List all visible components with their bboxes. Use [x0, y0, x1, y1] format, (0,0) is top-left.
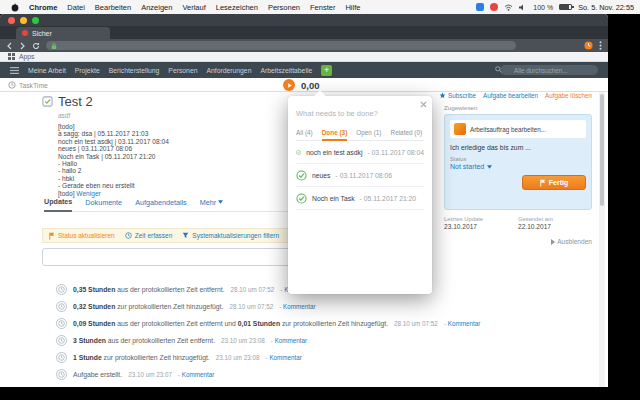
back-icon[interactable]	[6, 42, 13, 50]
secure-lock-icon[interactable]	[51, 42, 57, 50]
nav-projekte[interactable]: Projekte	[75, 67, 100, 74]
update-status-link[interactable]: Status aktualisieren	[49, 232, 115, 240]
check-circle-icon[interactable]	[296, 170, 307, 181]
record-status-icon[interactable]	[490, 3, 498, 11]
comment-link[interactable]: Kommentar	[178, 371, 214, 378]
search-icon	[495, 66, 502, 73]
assigned-label: Zugewiesen	[444, 104, 592, 111]
chevron-right-icon	[551, 239, 555, 245]
menu-verlauf[interactable]: Verlauf	[177, 3, 210, 12]
update-timestamp: 23.10 um 23:08	[216, 354, 260, 361]
comment-link[interactable]: Kommentar	[279, 303, 315, 310]
popup-tab-open[interactable]: Open (1)	[356, 129, 381, 137]
volume-icon[interactable]	[519, 4, 527, 11]
page-scrollbar	[599, 92, 605, 387]
promise-text: Ich erledige das bis zum ...	[450, 144, 586, 151]
flag-icon	[540, 179, 546, 187]
time-entry-icon	[56, 335, 67, 346]
battery-icon[interactable]	[559, 4, 572, 10]
menu-fenster[interactable]: Fenster	[305, 3, 340, 12]
reload-icon[interactable]	[32, 42, 40, 50]
browser-window: Sicher Apps Meine Arbeit Projekte Berich…	[0, 14, 608, 387]
menu-personen[interactable]: Personen	[263, 3, 305, 12]
delete-task-link[interactable]: Aufgabe löschen	[545, 92, 592, 99]
window-titlebar	[0, 14, 608, 26]
minimize-window-button[interactable]	[20, 17, 27, 24]
forward-icon[interactable]	[19, 42, 26, 50]
tab-aufgabendetails[interactable]: Aufgabendetails	[135, 197, 187, 207]
sent-label: Gesendet am	[518, 216, 592, 222]
address-bar[interactable]	[46, 41, 516, 50]
comment-link[interactable]: Kommentar	[266, 354, 302, 361]
task-author: asdf	[58, 112, 70, 119]
apple-icon[interactable]	[6, 3, 24, 12]
add-task-button[interactable]: +	[321, 65, 332, 76]
close-window-button[interactable]	[8, 17, 15, 24]
browser-tab[interactable]: Sicher	[16, 27, 110, 39]
last-update-label: Letztes Update	[444, 216, 518, 222]
assignee-avatar	[454, 123, 466, 135]
last-update-value: 23.10.2017	[444, 223, 518, 230]
time-entry-icon	[56, 301, 67, 312]
app-status-icon[interactable]	[476, 3, 484, 11]
nav-meine-arbeit[interactable]: Meine Arbeit	[28, 67, 66, 74]
subscribe-link[interactable]: Subscribe	[439, 92, 476, 99]
menu-lesezeichen[interactable]: Lesezeichen	[211, 3, 263, 12]
hide-sidebar-link[interactable]: Ausblenden	[444, 238, 592, 245]
tab-updates[interactable]: Updates	[44, 197, 72, 212]
tab-mehr[interactable]: Mehr	[200, 197, 223, 207]
nav-anforderungen[interactable]: Anforderungen	[206, 67, 251, 74]
comment-link[interactable]: Kommentar	[444, 320, 480, 327]
menu-hilfe[interactable]: Hilfe	[340, 3, 365, 12]
nav-arbeitszeittabelle[interactable]: Arbeitszeittabelle	[260, 67, 312, 74]
scrollbar-thumb[interactable]	[600, 94, 604, 206]
wifi-icon[interactable]	[504, 4, 513, 11]
timer-play-button[interactable]	[283, 79, 295, 91]
close-icon[interactable]	[420, 101, 427, 108]
task-title: Test 2	[58, 94, 93, 109]
edit-task-link[interactable]: Aufgabe bearbeiten	[483, 92, 538, 99]
update-row: 3 Stunden aus der protokollierten Zeit e…	[56, 332, 590, 348]
status-label: Status	[450, 156, 586, 162]
new-todo-input[interactable]	[296, 109, 408, 118]
tab-strip: Sicher	[0, 26, 608, 39]
nav-personen[interactable]: Personen	[168, 67, 197, 74]
tab-title: Sicher	[32, 30, 52, 37]
mark-done-button[interactable]: Fertig	[522, 175, 586, 190]
menu-datei[interactable]: Datei	[62, 3, 90, 12]
assignment-card: Arbeitsauftrag bearbeiten... Ich erledig…	[444, 114, 592, 210]
popup-tabs: All (4) Done (3) Open (1) Related (0)	[296, 129, 424, 141]
todo-item[interactable]: Noch ein Task- 05.11.2017 21:20	[296, 187, 424, 210]
menu-bearbeiten[interactable]: Bearbeiten	[90, 3, 136, 12]
popup-tab-done[interactable]: Done (3)	[322, 129, 348, 141]
browser-menu-icon[interactable]	[599, 41, 602, 50]
global-search-input[interactable]	[500, 65, 598, 75]
todo-item[interactable]: neues- 03.11.2017 08:06	[296, 164, 424, 187]
apps-bookmark[interactable]: Apps	[19, 53, 35, 60]
check-circle-icon[interactable]	[296, 147, 301, 158]
tab-dokumente[interactable]: Dokumente	[85, 197, 122, 207]
menu-anzeigen[interactable]: Anzeigen	[136, 3, 177, 12]
assignee-selector[interactable]: Arbeitsauftrag bearbeiten...	[450, 120, 586, 138]
show-less-link[interactable]: Weniger	[76, 190, 100, 197]
menubar-clock[interactable]: So. 5. Nov. 22:55	[578, 3, 634, 12]
comment-link[interactable]: Kommentar	[271, 337, 307, 344]
update-row: Aufgabe erstellt. 23.10 um 23:07 Komment…	[56, 366, 590, 382]
app-navbar: Meine Arbeit Projekte Berichterstellung …	[0, 62, 608, 78]
zoom-window-button[interactable]	[32, 17, 39, 24]
popup-tab-all[interactable]: All (4)	[296, 129, 313, 137]
filter-updates-link[interactable]: Systemaktualisierungen filtern	[182, 232, 279, 239]
update-timestamp: 28.10 um 07:52	[394, 320, 438, 327]
status-dropdown[interactable]: Not started	[450, 163, 586, 170]
menu-chrome[interactable]: Chrome	[24, 3, 62, 12]
check-circle-icon[interactable]	[296, 193, 307, 204]
nav-berichterstellung[interactable]: Berichterstellung	[109, 67, 160, 74]
tasktime-brand: TaskTime	[19, 82, 48, 89]
todo-item[interactable]: noch ein test asdkj- 03.11.2017 08:04	[296, 141, 424, 164]
track-time-link[interactable]: Zeit erfassen	[125, 232, 173, 239]
popup-tab-related[interactable]: Related (0)	[391, 129, 423, 137]
app-menu-icon[interactable]	[10, 67, 19, 74]
update-timestamp: 23.10 um 23:08	[221, 337, 265, 344]
extension-tasktime-icon[interactable]	[584, 41, 593, 50]
task-type-icon[interactable]	[42, 96, 53, 107]
